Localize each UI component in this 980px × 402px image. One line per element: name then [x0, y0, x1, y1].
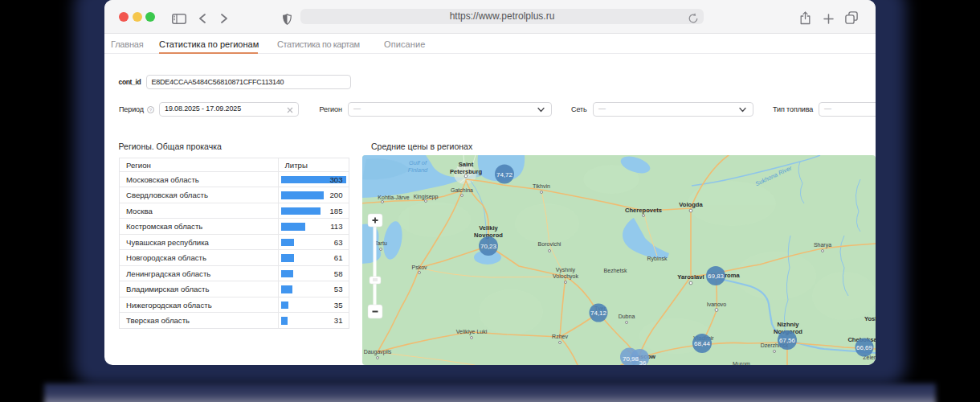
svg-text:Ivanovo: Ivanovo [707, 302, 727, 307]
svg-text:74,12: 74,12 [590, 310, 607, 317]
svg-text:69,83: 69,83 [708, 273, 725, 280]
svg-text:70,23: 70,23 [480, 243, 497, 250]
svg-text:Volochyok: Volochyok [553, 273, 578, 280]
svg-text:Gulf of: Gulf of [409, 159, 427, 166]
svg-text:Vyshniy: Vyshniy [556, 267, 576, 273]
svg-text:?: ? [149, 107, 152, 112]
svg-text:66,69: 66,69 [856, 344, 873, 351]
svg-text:Cherepovets: Cherepovets [625, 207, 662, 214]
svg-text:Borovichi: Borovichi [538, 241, 561, 247]
svg-text:Sharya: Sharya [814, 242, 831, 248]
svg-text:Finland: Finland [408, 166, 428, 174]
svg-text:Yosh: Yosh [864, 315, 876, 322]
svg-text:Rzhev: Rzhev [552, 334, 568, 339]
svg-text:Yaroslavl: Yaroslavl [677, 273, 704, 281]
svg-text:Pskov: Pskov [411, 265, 427, 270]
svg-text:70,98: 70,98 [623, 355, 639, 363]
svg-text:74,72: 74,72 [496, 171, 513, 178]
svg-text:Murom: Murom [733, 361, 750, 365]
svg-text:Velikiye Luki: Velikiye Luki [456, 329, 488, 335]
svg-text:Velikiy: Velikiy [479, 224, 498, 232]
svg-text:Vologda: Vologda [679, 201, 703, 208]
svg-text:Tartu: Tartu [374, 240, 387, 246]
svg-text:Rybinsk: Rybinsk [647, 256, 668, 262]
svg-text:Kingisepp: Kingisepp [414, 194, 439, 200]
svg-text:Daugavpils: Daugavpils [364, 349, 392, 355]
svg-text:Saint: Saint [459, 161, 474, 168]
svg-text:Tikhvin: Tikhvin [533, 183, 550, 189]
svg-text:Bezhetsk: Bezhetsk [604, 268, 627, 273]
svg-text:67,56: 67,56 [779, 337, 796, 344]
svg-text:Petersburg: Petersburg [450, 168, 482, 175]
svg-text:Gatchina: Gatchina [451, 187, 473, 193]
svg-text:68,44: 68,44 [694, 340, 711, 347]
svg-text:36: 36 [639, 359, 647, 365]
svg-text:Kohtla-Järve: Kohtla-Järve [378, 195, 409, 200]
svg-text:Nizhniy: Nizhniy [777, 321, 799, 328]
svg-text:Dubna: Dubna [619, 314, 635, 319]
